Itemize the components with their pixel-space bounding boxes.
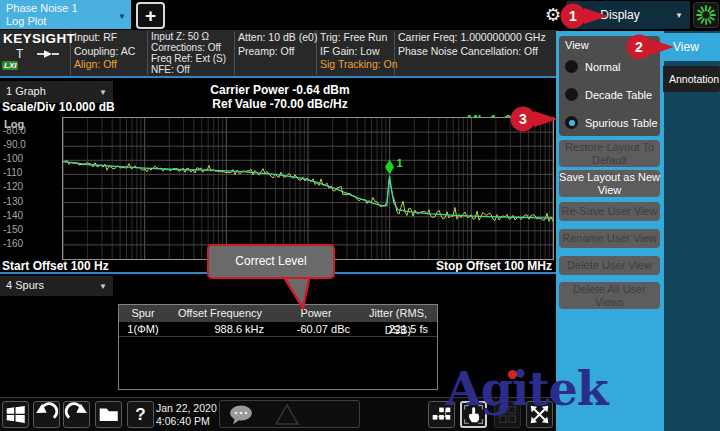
datetime-display[interactable]: Jan 22, 2020 4:06:40 PM — [156, 402, 217, 428]
stop-offset-label: Stop Offset 100 MHz — [352, 259, 552, 273]
speech-bubble-icon — [228, 404, 258, 426]
watermark: Agitek — [446, 362, 608, 416]
chevron-down-icon: ▼ — [99, 88, 107, 97]
panel-button-4[interactable]: Delete User View — [559, 256, 660, 275]
step-balloon-1: 1 — [560, 3, 610, 29]
svg-text:2: 2 — [635, 39, 643, 55]
phase-noise-plot[interactable]: 1 — [62, 117, 554, 260]
svg-text:1: 1 — [569, 8, 577, 24]
measurement-tab-line2: Log Plot — [6, 15, 125, 28]
spurs-selector-dropdown[interactable]: 4 Spurs ▼ — [0, 276, 113, 296]
y-axis-tick: -150 — [3, 224, 43, 235]
brand-logo: KEYSIGHT — [3, 31, 75, 46]
y-axis-tick: -130 — [3, 196, 43, 207]
windows-start-button[interactable] — [2, 401, 29, 428]
chevron-down-icon: ▼ — [118, 10, 126, 23]
busy-indicator-button[interactable] — [693, 2, 719, 28]
status-carrier-column: Carrier Freq: 1.000000000 GHz Phase Nois… — [398, 31, 546, 58]
windows-logo-icon — [3, 402, 28, 427]
status-impedance-column: Input Z: 50 Ω Corrections: Off Freq Ref:… — [151, 31, 226, 75]
divider — [234, 31, 235, 75]
panel-button-2[interactable]: Re-Save User View — [559, 202, 660, 221]
y-axis-tick: -90.0 — [3, 139, 43, 150]
radio-icon — [565, 116, 578, 129]
watermark-dot — [508, 370, 517, 379]
divider — [0, 76, 557, 78]
y-axis-tick: -80.0 — [3, 125, 43, 136]
table-row[interactable]: 1(ΦM) 988.6 kHz -60.07 dBc 221.5 fs — [119, 322, 437, 337]
instrument-screen: Phase Noise 1 Log Plot ▼ + ⚙ Display ▼ K… — [0, 0, 720, 431]
status-atten-column: Atten: 10 dB (e0) Preamp: Off — [238, 31, 317, 58]
y-axis-tick: -120 — [3, 181, 43, 192]
y-axis-tick: -110 — [3, 167, 43, 178]
panel-button-3[interactable]: Rename User View — [559, 229, 660, 248]
svg-text:3: 3 — [519, 111, 527, 127]
status-input-column: Input: RF Coupling: AC Align: Off — [74, 31, 135, 72]
status-bar: KEYSIGHT T LXI Input: RF Coupling: AC Al… — [0, 30, 557, 76]
panel-button-1[interactable]: Save Layout as New View — [559, 170, 660, 197]
tab-annotation[interactable]: Annotation — [663, 66, 720, 92]
radio-icon — [565, 60, 578, 73]
panel-button-5[interactable]: Delete All User Views — [559, 282, 660, 309]
divider — [147, 31, 148, 75]
scale-div-readout: Scale/Div 10.000 dB — [2, 100, 115, 114]
folder-icon — [96, 402, 121, 427]
callout-tail — [276, 274, 316, 310]
lxi-badge: LXI — [2, 61, 18, 70]
chevron-down-icon: ▼ — [99, 282, 107, 291]
message-area[interactable] — [219, 400, 360, 428]
trigger-status: T — [16, 47, 23, 61]
redo-icon — [64, 402, 89, 427]
redo-button[interactable] — [63, 401, 90, 428]
add-measurement-button[interactable]: + — [136, 2, 165, 29]
y-axis-tick: -100 — [3, 153, 43, 164]
undo-button[interactable] — [33, 401, 60, 428]
signal-arrow-icon — [36, 49, 60, 59]
y-axis-tick: -160 — [3, 238, 43, 249]
chevron-down-icon: ▼ — [675, 11, 683, 20]
status-trigger-column: Trig: Free Run IF Gain: Low Sig Tracking… — [320, 31, 398, 72]
undo-icon — [34, 402, 59, 427]
step-balloon-2: 2 — [626, 34, 676, 60]
file-button[interactable] — [95, 401, 122, 428]
measurement-tab-line1: Phase Noise 1 — [6, 2, 125, 15]
view-group-title: View — [565, 39, 589, 51]
callout-correct-level: Correct Level — [207, 244, 335, 279]
busy-starburst-icon — [694, 3, 718, 27]
measurement-tab[interactable]: Phase Noise 1 Log Plot ▼ — [0, 0, 131, 29]
start-offset-label: Start Offset 100 Hz — [2, 259, 109, 273]
radio-icon — [565, 88, 578, 101]
svg-text:1: 1 — [397, 157, 403, 169]
spur-table: Spur Offset Frequency Power Jitter (RMS,… — [118, 304, 438, 390]
panel-button-0[interactable]: Restore Layout To Default — [559, 140, 660, 167]
step-balloon-3: 3 — [510, 106, 560, 132]
triangle-outline-icon — [274, 403, 300, 427]
y-axis-tick: -140 — [3, 210, 43, 221]
help-button[interactable]: ? — [127, 401, 154, 428]
